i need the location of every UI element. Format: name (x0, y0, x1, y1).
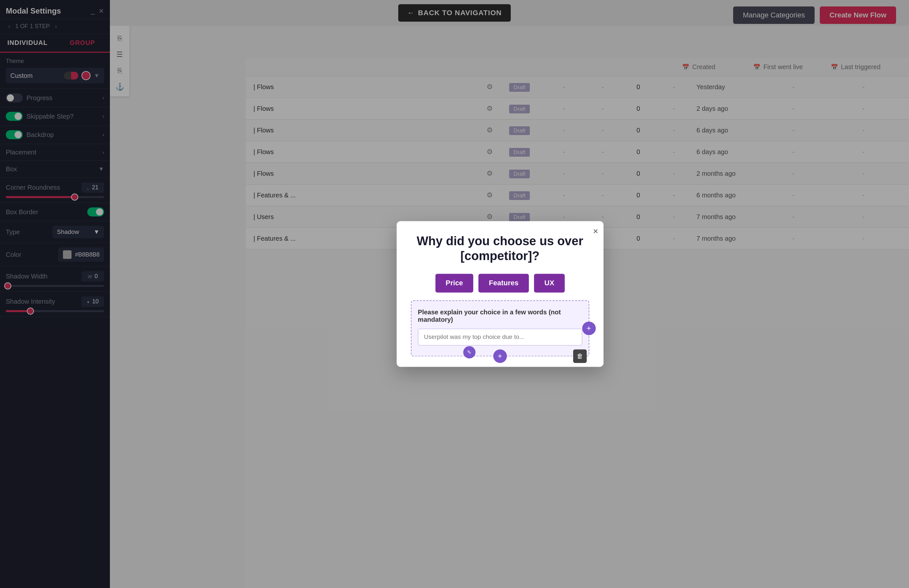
explanation-input[interactable] (418, 329, 582, 346)
modal-button-group: Price Features UX (411, 274, 589, 293)
modal-title: Why did you choose us over [competitor]? (411, 234, 589, 263)
add-right-button[interactable]: + (582, 322, 596, 335)
edit-icon: ✎ (463, 346, 476, 359)
features-button[interactable]: Features (479, 274, 529, 293)
add-bottom-button[interactable]: + (493, 350, 507, 363)
input-label: Please explain your choice in a few word… (418, 309, 582, 324)
modal-close-button[interactable]: × (593, 226, 598, 236)
ux-button[interactable]: UX (534, 274, 565, 293)
modal-dashed-section: Please explain your choice in a few word… (411, 300, 589, 357)
delete-section-button[interactable]: 🗑 (573, 350, 587, 363)
price-button[interactable]: Price (435, 274, 474, 293)
modal: × Why did you choose us over [competitor… (396, 221, 603, 367)
